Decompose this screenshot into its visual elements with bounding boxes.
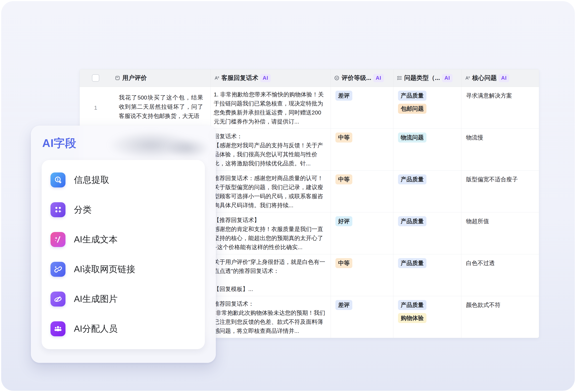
cell-core-issue[interactable]: 版型偏宽不适合瘦子: [461, 171, 539, 212]
option-badge: 产品质量: [398, 258, 427, 268]
ai-field-item-label: AI读取网页链接: [74, 263, 135, 275]
option-badge: 中等: [335, 174, 352, 184]
option-badge: 产品质量: [398, 300, 427, 310]
weblink-icon: [51, 262, 65, 277]
option-badge: 中等: [335, 132, 352, 143]
column-header-review-level[interactable]: 评价等级... AI: [331, 69, 393, 87]
cell-issue-types[interactable]: 产品质量: [393, 212, 461, 254]
option-badge: 产品质量: [398, 216, 427, 226]
option-badge: 购物体验: [398, 313, 427, 323]
blurred-content: [108, 131, 194, 160]
ai-text-field-icon: [214, 75, 219, 81]
cell-issue-types[interactable]: 物流问题: [393, 129, 461, 170]
cell-rownum[interactable]: 1: [80, 87, 112, 128]
cell-issue-types[interactable]: 产品质量: [393, 254, 461, 296]
column-label: 用户评价: [122, 74, 147, 82]
cell-issue-types[interactable]: 产品质量: [393, 171, 461, 212]
blurred-content: [166, 138, 210, 159]
cell-reply-script[interactable]: 回复话术： 【感谢您对我司产品的支持与反馈！关于产品体验，我们很高兴您认可其性能…: [211, 129, 331, 170]
text-field-icon: [115, 75, 120, 81]
column-label: 问题类型（...: [404, 74, 440, 82]
cell-core-issue[interactable]: 白色不过透: [461, 254, 539, 296]
ai-field-item-assign-people[interactable]: AI分配人员: [42, 314, 205, 344]
cell-core-issue[interactable]: 颜色款式不符: [461, 296, 539, 338]
cell-review-level[interactable]: 好评: [331, 212, 393, 254]
cell-reply-script[interactable]: 关于用户评价"穿上身很舒适，就是白色有一点点透"的推荐回复话术： 【回复模板】.…: [211, 254, 331, 296]
ai-field-badge: AI: [499, 74, 509, 82]
table-header-row: 用户评价 客服回复话术 AI 评价等级... AI 问题类型（: [80, 69, 539, 87]
single-select-icon: [334, 75, 340, 81]
ai-field-item-info-extract[interactable]: 信息提取: [42, 165, 205, 195]
cell-review-level[interactable]: 中等: [331, 254, 393, 296]
cell-core-issue[interactable]: 物流慢: [461, 129, 539, 170]
ai-fields-card: 信息提取 分类 A: [42, 160, 205, 349]
option-badge: 差评: [335, 91, 352, 101]
ai-field-item-label: 信息提取: [74, 174, 109, 186]
column-header-core-issue[interactable]: 核心问题 AI: [461, 69, 539, 87]
multi-select-icon: [397, 75, 402, 81]
ai-field-item-generate-text[interactable]: AI生成文本: [42, 225, 205, 254]
option-badge: 好评: [335, 216, 352, 226]
option-badge: 产品质量: [398, 91, 427, 101]
cell-review-level[interactable]: 差评: [331, 296, 393, 338]
select-all-checkbox[interactable]: [92, 74, 99, 82]
column-header-issue-type[interactable]: 问题类型（... AI: [393, 69, 461, 87]
ai-fields-panel: AI字段 信息提取: [31, 126, 216, 363]
ai-field-item-generate-image[interactable]: AI生成图片: [42, 284, 205, 314]
app-background: 用户评价 客服回复话术 AI 评价等级... AI 问题类型（: [1, 1, 575, 391]
cell-review-level[interactable]: 中等: [331, 129, 393, 170]
people-icon: [51, 321, 65, 336]
cell-reply-script[interactable]: 1. 非常抱歉给您带来不愉快的购物体验！关于拉链问题我们已紧急核查，现决定特批为…: [211, 87, 331, 128]
panel-title: AI字段: [42, 136, 76, 151]
info-extract-icon: [51, 173, 65, 187]
option-badge: 差评: [335, 300, 352, 310]
ai-field-badge: AI: [260, 74, 271, 82]
cell-core-issue[interactable]: 物超所值: [461, 212, 539, 254]
cell-review-level[interactable]: 差评: [331, 87, 393, 128]
column-header-reply-script[interactable]: 客服回复话术 AI: [211, 69, 331, 87]
table-row: 1 我花了500块买了这个包，结果收到第二天居然拉链坏了，问了客服说不支持包邮换…: [80, 87, 539, 129]
ai-field-badge: AI: [442, 74, 453, 82]
ai-field-item-label: AI生成文本: [74, 234, 117, 245]
ai-text-field-icon: [464, 75, 470, 81]
cell-issue-types[interactable]: 产品质量 购物体验: [393, 296, 461, 338]
cell-issue-types[interactable]: 产品质量 包邮问题: [393, 87, 461, 128]
option-badge: 产品质量: [398, 174, 427, 184]
column-header-user-review[interactable]: 用户评价: [112, 69, 211, 87]
classify-icon: [51, 202, 65, 217]
ai-field-item-read-weblink[interactable]: AI读取网页链接: [42, 254, 205, 284]
cell-review-level[interactable]: 中等: [331, 171, 393, 212]
column-label: 核心问题: [472, 74, 497, 82]
cell-reply-script[interactable]: 推荐回复话术： "非常抱歉此次购物体验未达您的预期！我们已注意到您反馈的色差、款…: [211, 296, 331, 338]
option-badge: 包邮问题: [398, 104, 427, 114]
ai-image-icon: [51, 292, 65, 306]
column-label: 客服回复话术: [221, 74, 258, 82]
option-badge: 中等: [335, 258, 352, 268]
ai-field-item-classify[interactable]: 分类: [42, 195, 205, 225]
column-label: 评价等级...: [342, 74, 371, 82]
option-badge: 物流问题: [398, 132, 427, 143]
cell-user-review[interactable]: 我花了500块买了这个包，结果收到第二天居然拉链坏了，问了客服说不支持包邮换货，…: [112, 87, 211, 128]
select-all-cell[interactable]: [80, 69, 112, 87]
cell-reply-script[interactable]: 【推荐回复话术】 感谢您的肯定和支持！衣服质量是我们一直坚持的核心，能超出您的预…: [211, 212, 331, 254]
cell-reply-script[interactable]: 推荐回复话术：感谢您对商品质量的认可！关于版型偏宽的问题，我们已记录，建议瘦型顾…: [211, 171, 331, 212]
ai-field-badge: AI: [373, 74, 384, 82]
cell-core-issue[interactable]: 寻求满意解决方案: [461, 87, 539, 128]
ai-text-generate-icon: [51, 232, 65, 247]
ai-field-item-label: 分类: [74, 204, 92, 216]
ai-field-item-label: AI生成图片: [74, 293, 117, 305]
ai-field-item-label: AI分配人员: [74, 323, 117, 335]
